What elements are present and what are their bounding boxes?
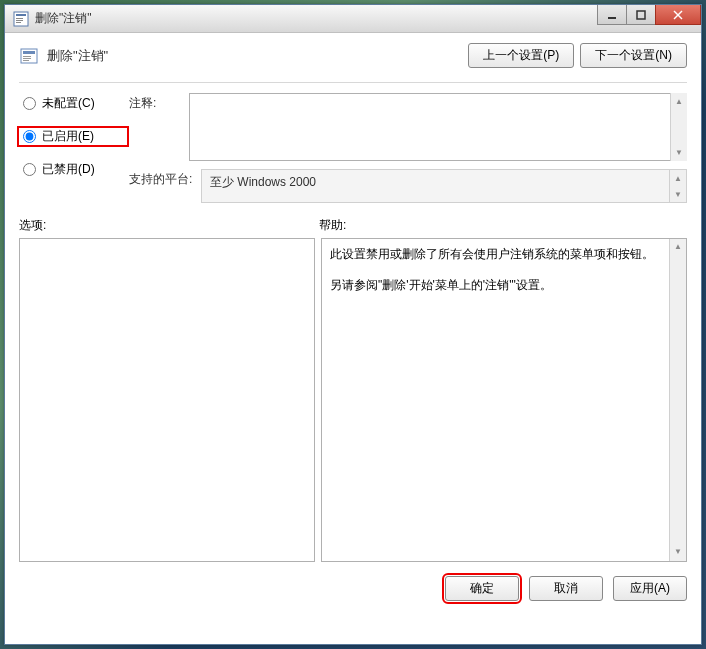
minimize-button[interactable] bbox=[597, 5, 627, 25]
help-text-line2: 另请参阅"删除'开始'菜单上的'注销'"设置。 bbox=[330, 276, 666, 295]
comment-label: 注释: bbox=[129, 93, 189, 161]
platform-label: 支持的平台: bbox=[129, 169, 201, 203]
apply-button[interactable]: 应用(A) bbox=[613, 576, 687, 601]
help-text-line1: 此设置禁用或删除了所有会使用户注销系统的菜单项和按钮。 bbox=[330, 245, 666, 264]
svg-rect-2 bbox=[16, 18, 23, 19]
next-setting-button[interactable]: 下一个设置(N) bbox=[580, 43, 687, 68]
svg-rect-4 bbox=[16, 22, 21, 23]
ok-button[interactable]: 确定 bbox=[445, 576, 519, 601]
help-panel: 此设置禁用或删除了所有会使用户注销系统的菜单项和按钮。 另请参阅"删除'开始'菜… bbox=[321, 238, 687, 562]
svg-rect-10 bbox=[23, 51, 35, 54]
radio-not-configured-input[interactable] bbox=[23, 97, 36, 110]
scroll-up-icon[interactable]: ▲ bbox=[671, 93, 687, 110]
options-panel bbox=[19, 238, 315, 562]
options-label: 选项: bbox=[19, 217, 319, 234]
window-controls bbox=[598, 5, 701, 25]
radio-disabled[interactable]: 已禁用(D) bbox=[19, 159, 129, 180]
radio-enabled-label: 已启用(E) bbox=[42, 128, 94, 145]
svg-rect-6 bbox=[637, 11, 645, 19]
window-title: 删除"注销" bbox=[35, 10, 92, 27]
platform-text: 至少 Windows 2000 bbox=[210, 175, 316, 189]
platform-box: 至少 Windows 2000 ▲ ▼ bbox=[201, 169, 687, 203]
separator bbox=[19, 82, 687, 83]
radio-disabled-input[interactable] bbox=[23, 163, 36, 176]
svg-rect-12 bbox=[23, 58, 31, 59]
scroll-down-icon[interactable]: ▼ bbox=[670, 186, 686, 202]
help-scrollbar[interactable]: ▲ ▼ bbox=[669, 239, 686, 561]
radio-disabled-label: 已禁用(D) bbox=[42, 161, 95, 178]
radio-enabled[interactable]: 已启用(E) bbox=[17, 126, 129, 147]
prev-setting-button[interactable]: 上一个设置(P) bbox=[468, 43, 574, 68]
dialog-window: 删除"注销" 删除"注销" bbox=[4, 4, 702, 645]
policy-icon bbox=[19, 46, 39, 66]
radio-group: 未配置(C) 已启用(E) 已禁用(D) bbox=[19, 93, 129, 203]
svg-rect-3 bbox=[16, 20, 23, 21]
scroll-down-icon[interactable]: ▼ bbox=[670, 544, 686, 561]
maximize-button[interactable] bbox=[626, 5, 656, 25]
radio-not-configured-label: 未配置(C) bbox=[42, 95, 95, 112]
titlebar[interactable]: 删除"注销" bbox=[5, 5, 701, 33]
svg-rect-13 bbox=[23, 60, 29, 61]
comment-scrollbar[interactable]: ▲ ▼ bbox=[670, 93, 687, 161]
svg-rect-11 bbox=[23, 56, 31, 57]
app-icon bbox=[13, 11, 29, 27]
platform-scrollbar[interactable]: ▲ ▼ bbox=[669, 170, 686, 202]
scroll-up-icon[interactable]: ▲ bbox=[670, 239, 686, 256]
close-button[interactable] bbox=[655, 5, 701, 25]
header-row: 删除"注销" 上一个设置(P) 下一个设置(N) bbox=[19, 43, 687, 68]
radio-enabled-input[interactable] bbox=[23, 130, 36, 143]
policy-title: 删除"注销" bbox=[47, 47, 468, 65]
scroll-up-icon[interactable]: ▲ bbox=[670, 170, 686, 186]
comment-textarea[interactable] bbox=[189, 93, 687, 161]
cancel-button[interactable]: 取消 bbox=[529, 576, 603, 601]
svg-rect-1 bbox=[16, 14, 26, 16]
config-row: 未配置(C) 已启用(E) 已禁用(D) 注释: ▲ bbox=[19, 93, 687, 203]
help-label: 帮助: bbox=[319, 217, 687, 234]
radio-not-configured[interactable]: 未配置(C) bbox=[19, 93, 129, 114]
footer-buttons: 确定 取消 应用(A) bbox=[19, 576, 687, 601]
scroll-down-icon[interactable]: ▼ bbox=[671, 144, 687, 161]
svg-rect-5 bbox=[608, 17, 616, 19]
dialog-content: 删除"注销" 上一个设置(P) 下一个设置(N) 未配置(C) 已启用(E) bbox=[5, 33, 701, 611]
